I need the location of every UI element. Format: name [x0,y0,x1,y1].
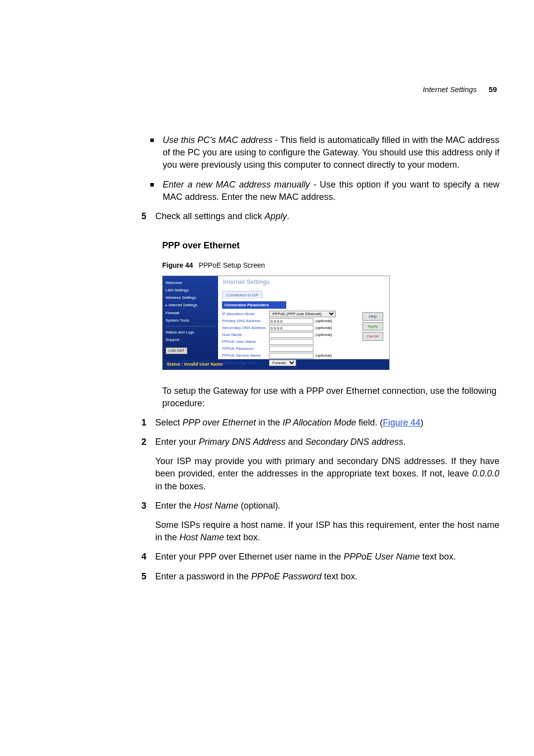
tab-connection-to-isp[interactable]: Connection to ISP [222,291,263,299]
bullet-lead: Use this PC's MAC address [163,135,272,145]
text-part: in the [256,418,282,427]
text-part: Check all settings and click [155,211,265,221]
row-pppoe-user: PPPoE User Name [222,339,359,345]
sidebar-item-internet[interactable]: Internet Settings [166,301,215,309]
figure-44-link[interactable]: Figure 44 [383,418,420,427]
label-pppoe-pass: PPPoE Password [222,346,269,351]
step-3-paragraph: Some ISPs require a host name. If your I… [155,519,499,544]
step-text: Check all settings and click Apply. [155,210,499,223]
figure-form-left: IP Allocation Mode PPPoE (PPP over Ether… [222,310,359,367]
step-number: 2 [134,436,146,448]
pppoe-password-input[interactable] [269,346,313,352]
bullet-text: Enter a new MAC address manually - Use t… [163,179,499,203]
label-host-name: Host Name [222,332,269,337]
page-number: 59 [489,85,497,94]
figure-form-area: IP Allocation Mode PPPoE (PPP over Ether… [222,310,385,367]
bullet-icon [150,139,154,142]
text-italic: Apply [265,211,287,221]
sidebar-item-lan[interactable]: LAN Settings [166,286,215,294]
text-italic: Primary DNS Address [199,437,285,447]
text-italic: PPPoE Password [251,571,321,581]
step-text: Enter your PPP over Ethernet user name i… [155,551,499,563]
row-ip-mode: IP Allocation Mode PPPoE (PPP over Ether… [222,311,359,317]
step-number: 4 [134,551,146,563]
step-1: 1 Select PPP over Ethernet in the IP All… [134,417,499,429]
row-host-name: Host Name (optional) [222,332,359,338]
text-part: . [287,211,289,221]
text-italic: 0.0.0.0 [472,469,499,478]
step-2: 2 Enter your Primary DNS Address and Sec… [134,436,499,448]
step-4: 4 Enter your PPP over Ethernet user name… [134,551,499,563]
step-text: Select PPP over Ethernet in the IP Alloc… [155,417,499,429]
text-part: text box. [321,571,357,581]
host-name-input[interactable] [269,332,313,338]
text-part: ) [420,418,423,427]
step-number: 1 [134,417,146,429]
label-primary-dns: Primary DNS Address [222,318,269,324]
logout-button[interactable]: LOG OUT [166,347,187,354]
text-part: Enter the [155,501,194,511]
figure-caption-text: PPPoE Setup Screen [199,261,265,269]
figure-sidebar: Welcome LAN Settings Wireless Settings I… [163,276,218,359]
text-part: text box. [224,532,260,542]
sidebar-item-firewall[interactable]: Firewall [166,309,215,317]
text-part: Enter your PPP over Ethernet user name i… [155,552,344,562]
figure-buttons: Help Apply Cancel [362,312,383,367]
text-part: Your ISP may provide you with primary an… [155,456,499,478]
max-idle-select[interactable]: Forever [269,360,296,366]
secondary-dns-input[interactable] [269,325,313,331]
bullet-icon [150,183,154,187]
sidebar-item-support[interactable]: Support [166,336,215,343]
pppoe-service-input[interactable] [269,353,313,359]
header-section-title: Internet Settings [423,85,477,94]
step-text: Enter your Primary DNS Address and Secon… [155,436,499,448]
sidebar-item-status[interactable]: Status and Logs [166,329,215,336]
bullet-item: Enter a new MAC address manually - Use t… [150,179,499,203]
bullet-text: Use this PC's MAC address - This field i… [163,134,499,172]
step-number: 3 [134,500,146,512]
text-italic: Host Name [194,501,238,511]
figure-number: Figure 44 [162,261,193,269]
row-max-idle: Maximum Idle Time Forever [222,360,359,366]
pppoe-username-input[interactable] [269,339,313,345]
help-button[interactable]: Help [362,312,383,321]
step-5-bottom: 5 Enter a password in the PPPoE Password… [134,570,499,583]
after-figure-paragraph: To setup the Gateway for use with a PPP … [162,385,499,410]
row-pppoe-pass: PPPoE Password [222,346,359,352]
fieldset-label: Connection Parameters [222,301,286,309]
apply-button[interactable]: Apply [362,322,383,331]
row-pppoe-service: PPPoE Service Name (optional) [222,353,359,359]
sidebar-separator [166,326,215,327]
text-part: Enter your [155,437,199,447]
label-max-idle: Maximum Idle Time [222,360,269,366]
text-italic: Secondary DNS address [305,437,403,447]
text-part: text box. [420,552,456,562]
ip-allocation-mode-select[interactable]: PPPoE (PPP over Ethernet) [269,311,336,317]
label-ip-mode: IP Allocation Mode [222,311,269,317]
sidebar-item-welcome[interactable]: Welcome [166,279,215,286]
step-number: 5 [134,570,146,583]
text-part: in the boxes. [155,481,206,491]
text-italic: PPP over Ethernet [182,418,256,427]
primary-dns-input[interactable] [269,318,313,324]
label-pppoe-service: PPPoE Service Name [222,353,269,358]
row-primary-dns: Primary DNS Address (optional) [222,318,359,324]
text-italic: Host Name [179,532,224,542]
label-secondary-dns: Secondary DNS Address [222,325,269,331]
row-secondary-dns: Secondary DNS Address (optional) [222,325,359,331]
figure-main: Internet Settings Connection to ISP Conn… [218,276,389,359]
figure-pppoe-screenshot: Welcome LAN Settings Wireless Settings I… [162,276,390,370]
cancel-button[interactable]: Cancel [362,332,383,340]
text-part: Enter a password in the [155,571,251,581]
sidebar-item-systemtools[interactable]: System Tools [166,317,215,324]
text-part: (optional). [238,501,280,511]
step-number: 5 [134,210,146,223]
sidebar-item-wireless[interactable]: Wireless Settings [166,294,215,301]
label-pppoe-user: PPPoE User Name [222,339,269,344]
optional-label: (optional) [315,318,332,324]
bullet-item: Use this PC's MAC address - This field i… [150,134,499,172]
step-text: Enter a password in the PPPoE Password t… [155,570,499,583]
figure-body: Welcome LAN Settings Wireless Settings I… [163,276,389,359]
step-text: Enter the Host Name (optional). [155,500,499,512]
running-header: Internet Settings 59 [138,84,499,94]
